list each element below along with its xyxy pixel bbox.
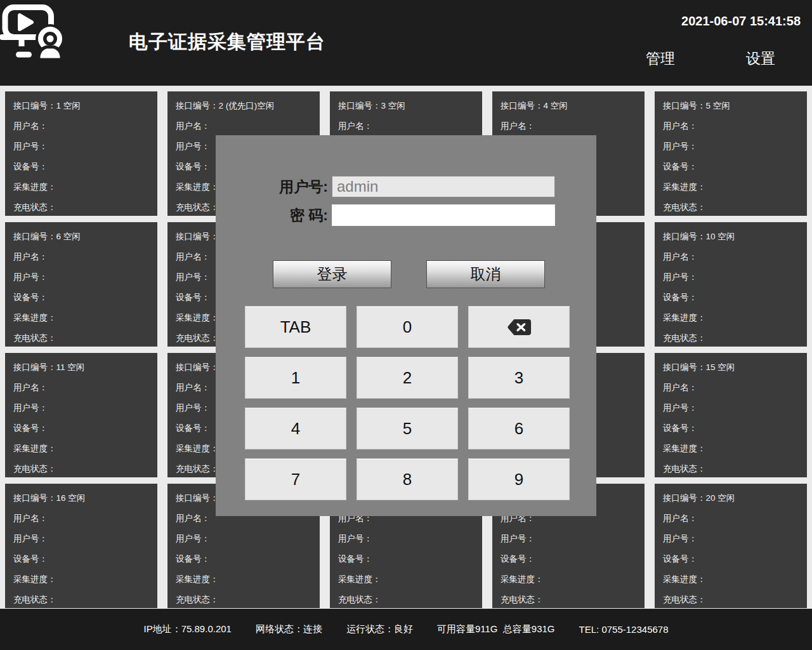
port-field-label: 用户号：: [663, 398, 799, 418]
login-button[interactable]: 登录: [273, 260, 391, 288]
user-no-label: 用户号:: [216, 176, 328, 197]
port-interface-status: 接口编号：3 空闲: [338, 96, 474, 116]
key-5[interactable]: 5: [357, 408, 458, 449]
cancel-button[interactable]: 取消: [426, 260, 545, 288]
port-interface-status: 接口编号：20 空闲: [663, 488, 799, 508]
port-field-label: 充电状态：: [176, 590, 311, 608]
port-field-label: 用户名：: [663, 378, 799, 398]
key-6[interactable]: 6: [468, 408, 570, 449]
port-field-label: 充电状态：: [663, 328, 799, 347]
network-status: 网络状态：连接: [256, 623, 322, 635]
port-field-label: 用户名：: [13, 378, 149, 398]
password-input[interactable]: [332, 204, 555, 226]
password-label: 密 码:: [216, 204, 328, 226]
port-field-label: 采集进度：: [13, 569, 149, 590]
port-interface-status: 接口编号：2 (优先口)空闲: [176, 96, 311, 116]
key-8[interactable]: 8: [357, 458, 458, 500]
port-field-label: 用户名：: [501, 116, 636, 136]
port-field-label: 用户号：: [176, 529, 311, 549]
port-field-label: 用户号：: [338, 529, 474, 549]
port-field-label: 充电状态：: [501, 590, 636, 608]
nav-settings[interactable]: 设置: [746, 49, 775, 69]
ip-address: IP地址：75.89.0.201: [144, 623, 232, 635]
port-panel: 接口编号：15 空闲用户名：用户号：设备号：采集进度：充电状态：: [655, 353, 807, 477]
backspace-key[interactable]: [468, 306, 570, 348]
port-interface-status: 接口编号：16 空闲: [13, 488, 149, 508]
port-field-label: 设备号：: [663, 288, 799, 308]
port-field-label: 充电状态：: [338, 590, 474, 608]
port-field-label: 用户号：: [663, 136, 799, 157]
port-panel: 接口编号：5 空闲用户名：用户号：设备号：采集进度：充电状态：: [655, 91, 807, 216]
port-field-label: 用户名：: [13, 247, 149, 267]
port-interface-status: 接口编号：6 空闲: [13, 227, 149, 247]
port-field-label: 设备号：: [176, 549, 311, 569]
port-interface-status: 接口编号：10 空闲: [663, 227, 799, 247]
key-4[interactable]: 4: [245, 408, 346, 449]
port-field-label: 用户名：: [663, 508, 799, 529]
port-field-label: 设备号：: [338, 549, 474, 569]
port-field-label: 充电状态：: [663, 459, 799, 477]
port-field-label: 采集进度：: [13, 439, 149, 459]
port-field-label: 用户号：: [13, 398, 149, 418]
port-field-label: 用户号：: [663, 267, 799, 288]
port-field-label: 用户号：: [13, 136, 149, 157]
port-field-label: 设备号：: [663, 157, 799, 177]
port-field-label: 采集进度：: [13, 177, 149, 197]
port-field-label: 采集进度：: [176, 569, 311, 590]
port-field-label: 用户名：: [663, 247, 799, 267]
port-field-label: 用户名：: [176, 116, 311, 136]
key-9[interactable]: 9: [468, 458, 570, 500]
port-field-label: 用户号：: [13, 267, 149, 288]
header: 电子证据采集管理平台 2021-06-07 15:41:58 管理 设置: [0, 0, 812, 86]
port-field-label: 设备号：: [13, 157, 149, 177]
key-0[interactable]: 0: [357, 306, 458, 348]
port-field-label: 用户号：: [13, 529, 149, 549]
port-field-label: 用户名：: [13, 508, 149, 529]
port-field-label: 设备号：: [13, 288, 149, 308]
port-field-label: 采集进度：: [663, 177, 799, 197]
key-1[interactable]: 1: [245, 357, 346, 399]
port-panel: 接口编号：6 空闲用户名：用户号：设备号：采集进度：充电状态：: [5, 222, 157, 347]
port-panel: 接口编号：20 空闲用户名：用户号：设备号：采集进度：充电状态：: [655, 484, 807, 608]
running-status: 运行状态：良好: [346, 623, 413, 635]
capacity-status: 可用容量911G 总容量931G: [437, 623, 555, 635]
port-field-label: 充电状态：: [13, 459, 149, 477]
port-field-label: 充电状态：: [663, 197, 799, 216]
port-field-label: 充电状态：: [13, 590, 149, 608]
port-field-label: 用户名：: [663, 116, 799, 136]
key-tab[interactable]: TAB: [245, 306, 346, 348]
key-7[interactable]: 7: [245, 458, 346, 500]
port-field-label: 用户名：: [13, 116, 149, 136]
login-dialog: 用户号: 密 码: 登录 取消 TAB0123456789: [216, 135, 596, 516]
port-field-label: 充电状态：: [13, 328, 149, 347]
tel-number: TEL: 0755-12345678: [579, 624, 669, 635]
backspace-icon: [506, 318, 532, 336]
port-field-label: 设备号：: [13, 549, 149, 569]
port-field-label: 采集进度：: [663, 439, 799, 459]
port-field-label: 采集进度：: [13, 308, 149, 328]
port-interface-status: 接口编号：5 空闲: [663, 96, 799, 116]
nav-manage[interactable]: 管理: [646, 49, 675, 69]
port-field-label: 采集进度：: [663, 308, 799, 328]
port-panel: 接口编号：11 空闲用户名：用户号：设备号：采集进度：充电状态：: [5, 353, 157, 477]
port-field-label: 采集进度：: [338, 569, 474, 590]
port-field-label: 设备号：: [663, 418, 799, 439]
port-field-label: 设备号：: [663, 549, 799, 569]
port-field-label: 设备号：: [501, 549, 636, 569]
key-2[interactable]: 2: [357, 357, 458, 399]
page-title: 电子证据采集管理平台: [129, 29, 325, 55]
port-field-label: 用户名：: [338, 116, 474, 136]
user-no-input[interactable]: [332, 176, 555, 197]
port-field-label: 设备号：: [13, 418, 149, 439]
port-field-label: 采集进度：: [501, 569, 636, 590]
key-3[interactable]: 3: [468, 357, 570, 399]
port-field-label: 用户号：: [663, 529, 799, 549]
port-panel: 接口编号：16 空闲用户名：用户号：设备号：采集进度：充电状态：: [5, 484, 157, 608]
port-panel: 接口编号：10 空闲用户名：用户号：设备号：采集进度：充电状态：: [655, 222, 807, 347]
port-field-label: 充电状态：: [663, 590, 799, 608]
port-interface-status: 接口编号：4 空闲: [501, 96, 636, 116]
port-field-label: 用户号：: [501, 529, 636, 549]
port-field-label: 采集进度：: [663, 569, 799, 590]
status-bar: IP地址：75.89.0.201 网络状态：连接 运行状态：良好 可用容量911…: [0, 609, 812, 650]
numeric-keypad: TAB0123456789: [245, 306, 570, 500]
